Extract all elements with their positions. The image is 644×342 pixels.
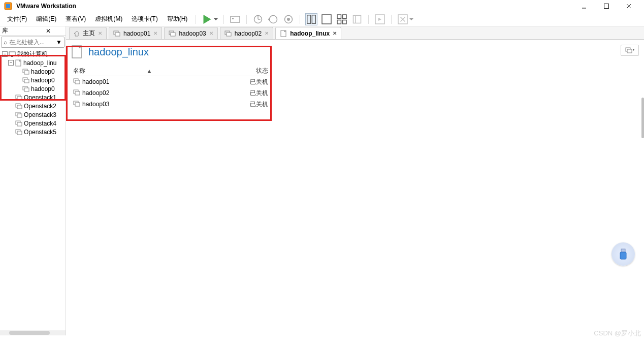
vm-icon xyxy=(169,30,176,37)
library-close-button[interactable]: ✕ xyxy=(33,28,64,34)
menu-tabs[interactable]: 选项卡(T) xyxy=(128,14,160,24)
svg-rect-45 xyxy=(17,114,22,117)
tree-vm[interactable]: hadoop0 xyxy=(0,67,66,76)
menu-view[interactable]: 查看(V) xyxy=(62,14,89,24)
vm-icon xyxy=(224,30,232,37)
tab-folder-active[interactable]: hadoop_linux ✕ xyxy=(275,27,341,39)
minimize-button[interactable] xyxy=(573,0,595,12)
tree-folder[interactable]: − hadoop_linu xyxy=(0,58,66,67)
folder-title: hadoop_linux xyxy=(88,46,149,58)
main-area: 主页 ✕ hadoop01 ✕ hadoop03 ✕ hadoop02 ✕ ha… xyxy=(66,26,644,335)
svg-marker-14 xyxy=(268,17,271,21)
menu-edit[interactable]: 编辑(E) xyxy=(33,14,59,24)
tab-label: hadoop_linux xyxy=(290,30,330,37)
svg-rect-69 xyxy=(621,249,625,252)
search-dropdown[interactable]: ▼ xyxy=(56,39,62,46)
vm-name: hadoop03 xyxy=(82,101,109,108)
svg-point-16 xyxy=(287,18,290,21)
svg-marker-60 xyxy=(633,49,634,51)
snapshot-manager-button[interactable] xyxy=(282,13,295,25)
power-dropdown[interactable] xyxy=(213,17,218,21)
tab-close-button[interactable]: ✕ xyxy=(153,30,157,36)
tree-vm[interactable]: Openstack1 xyxy=(0,93,66,102)
tree-vm[interactable]: Openstack3 xyxy=(0,110,66,119)
sidebar-scrollbar[interactable] xyxy=(0,330,66,335)
scrollbar[interactable] xyxy=(641,98,644,138)
power-on-button[interactable] xyxy=(201,13,213,25)
library-title: 库 xyxy=(2,26,33,35)
vm-icon xyxy=(15,120,22,127)
view-split-button[interactable] xyxy=(305,13,317,25)
tree-vm[interactable]: Openstack2 xyxy=(0,102,66,110)
column-name: 名称 xyxy=(73,67,85,75)
close-button[interactable] xyxy=(618,0,640,12)
usb-device-badge[interactable] xyxy=(611,242,635,266)
svg-rect-37 xyxy=(24,79,29,83)
svg-rect-51 xyxy=(115,33,120,36)
expand-icon[interactable]: − xyxy=(8,60,14,66)
tab-vm[interactable]: hadoop01 ✕ xyxy=(109,27,162,39)
svg-rect-9 xyxy=(232,18,234,19)
table-row[interactable]: hadoop02 已关机 xyxy=(71,87,270,99)
view-single-button[interactable] xyxy=(320,13,333,25)
revert-snapshot-button[interactable] xyxy=(267,13,279,25)
vm-icon xyxy=(15,103,22,109)
svg-rect-53 xyxy=(171,33,175,36)
menu-help[interactable]: 帮助(H) xyxy=(164,14,191,24)
tree-vm[interactable]: hadoop0 xyxy=(0,76,66,84)
vm-icon xyxy=(15,129,22,135)
view-mode-button[interactable] xyxy=(621,45,639,56)
table-row[interactable]: hadoop01 已关机 xyxy=(71,76,270,87)
vm-icon xyxy=(22,69,29,75)
tab-close-button[interactable]: ✕ xyxy=(265,30,269,36)
vm-icon xyxy=(22,77,29,83)
vm-status: 已关机 xyxy=(240,100,270,109)
tree-vm[interactable]: Openstack5 xyxy=(0,128,66,136)
folder-icon xyxy=(280,30,287,37)
stretch-dropdown[interactable] xyxy=(409,17,414,21)
table-header[interactable]: 名称▲ 状态 xyxy=(71,66,270,76)
tab-close-button[interactable]: ✕ xyxy=(98,30,102,36)
vm-icon xyxy=(22,86,29,92)
tab-close-button[interactable]: ✕ xyxy=(209,30,213,36)
table-row[interactable]: hadoop03 已关机 xyxy=(71,99,270,110)
vm-name: hadoop01 xyxy=(82,78,109,85)
tab-vm[interactable]: hadoop03 ✕ xyxy=(164,27,217,39)
view-thumbnails-button[interactable] xyxy=(336,13,348,25)
tree-vm[interactable]: Openstack4 xyxy=(0,119,66,128)
search-input[interactable] xyxy=(9,39,56,46)
svg-rect-39 xyxy=(24,88,29,91)
title-bar: VMware Workstation xyxy=(0,0,644,12)
svg-marker-6 xyxy=(204,15,211,24)
tree-root[interactable]: − 我的计算机 xyxy=(0,50,66,58)
tab-home[interactable]: 主页 ✕ xyxy=(69,27,107,39)
app-title: VMware Workstation xyxy=(16,3,76,10)
vm-icon xyxy=(73,78,80,86)
watermark: CSDN @罗小北 xyxy=(594,329,641,338)
send-ctrl-alt-del-button[interactable] xyxy=(229,13,241,25)
menu-vm[interactable]: 虚拟机(M) xyxy=(92,14,125,24)
vm-icon xyxy=(73,89,80,97)
svg-rect-64 xyxy=(75,80,80,84)
vm-icon xyxy=(73,101,80,108)
tab-vm[interactable]: hadoop02 ✕ xyxy=(220,27,273,39)
svg-rect-3 xyxy=(604,4,609,9)
svg-rect-17 xyxy=(307,15,311,23)
svg-rect-41 xyxy=(17,97,22,100)
library-search[interactable]: ⌕ ▼ xyxy=(1,37,65,48)
tab-close-button[interactable]: ✕ xyxy=(333,30,337,36)
stretch-button[interactable] xyxy=(397,13,409,25)
expand-icon[interactable]: − xyxy=(2,51,8,57)
unity-button[interactable] xyxy=(351,13,363,25)
menu-file[interactable]: 文件(F) xyxy=(4,14,30,24)
vm-icon xyxy=(15,95,22,101)
snapshot-button[interactable] xyxy=(252,13,264,25)
column-status: 状态 xyxy=(240,67,270,75)
svg-rect-59 xyxy=(627,49,632,53)
fullscreen-button[interactable] xyxy=(374,13,386,25)
maximize-button[interactable] xyxy=(595,0,618,12)
svg-marker-27 xyxy=(378,18,381,21)
svg-rect-66 xyxy=(75,91,80,95)
tree-vm[interactable]: hadoop0 xyxy=(0,84,66,93)
svg-rect-55 xyxy=(227,33,231,36)
